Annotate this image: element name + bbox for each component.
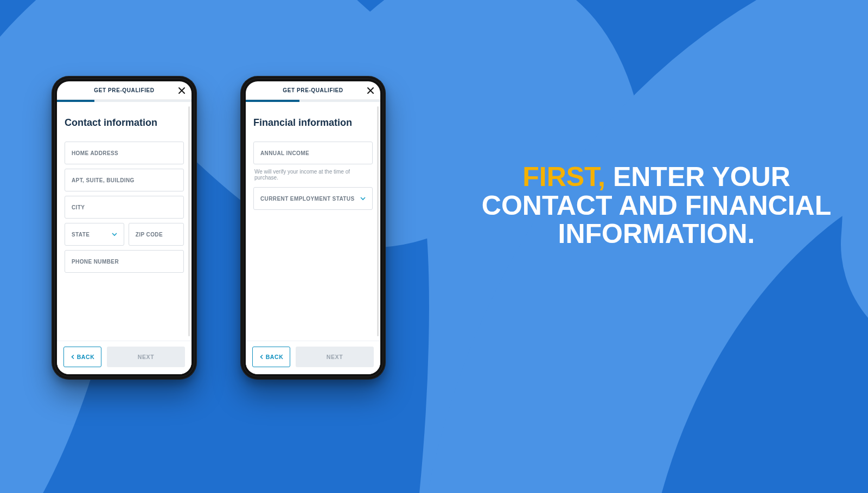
next-button[interactable]: NEXT [107,347,185,367]
close-icon[interactable] [177,86,186,95]
field-label: CITY [72,204,85,210]
next-label: NEXT [327,354,343,360]
next-button[interactable]: NEXT [296,347,374,367]
back-label: BACK [77,354,95,360]
back-button[interactable]: BACK [252,347,290,367]
promo-headline: FIRST, ENTER YOUR CONTACT AND FINANCIAL … [472,163,841,248]
annual-income-field[interactable]: ANNUAL INCOME [253,142,373,164]
screen-body: Financial information ANNUAL INCOME We w… [246,102,380,341]
section-title: Contact information [65,117,184,129]
app-header: GET PRE-QUALIFIED [57,81,192,100]
footer: BACK NEXT [246,341,380,374]
chevron-down-icon [112,229,117,239]
state-select[interactable]: STATE [65,223,124,246]
app-header-title: GET PRE-QUALIFIED [94,87,154,93]
app-header: GET PRE-QUALIFIED [246,81,380,100]
back-label: BACK [266,354,284,360]
close-icon[interactable] [366,86,375,95]
phone-device-contact: GET PRE-QUALIFIED Contact information HO… [52,76,197,380]
section-title: Financial information [253,117,373,129]
app-header-title: GET PRE-QUALIFIED [283,87,343,93]
field-label: APT, SUITE, BUILDING [72,177,135,183]
footer: BACK NEXT [57,341,192,374]
zip-code-field[interactable]: ZIP CODE [129,223,184,246]
phone-device-financial: GET PRE-QUALIFIED Financial information … [240,76,386,380]
chevron-left-icon [71,355,75,359]
field-label: ZIP CODE [136,232,163,238]
next-label: NEXT [138,354,154,360]
phone-screen-contact: GET PRE-QUALIFIED Contact information HO… [57,81,192,374]
phone-screen-financial: GET PRE-QUALIFIED Financial information … [246,81,380,374]
city-field[interactable]: CITY [65,196,184,219]
back-button[interactable]: BACK [63,347,101,367]
scrollbar[interactable] [377,106,379,336]
helper-text: We will verify your income at the time o… [254,169,372,181]
headline-accent: FIRST, [522,162,605,192]
stage: GET PRE-QUALIFIED Contact information HO… [0,0,868,493]
field-label: STATE [72,232,90,238]
home-address-field[interactable]: HOME ADDRESS [65,142,184,164]
scrollbar[interactable] [188,106,190,336]
field-label: HOME ADDRESS [72,150,118,156]
employment-status-select[interactable]: CURRENT EMPLOYMENT STATUS [253,187,373,210]
apt-suite-field[interactable]: APT, SUITE, BUILDING [65,169,184,191]
field-label: CURRENT EMPLOYMENT STATUS [260,196,355,202]
chevron-down-icon [360,194,366,203]
screen-body: Contact information HOME ADDRESS APT, SU… [57,102,192,341]
phone-number-field[interactable]: PHONE NUMBER [65,250,184,273]
field-label: ANNUAL INCOME [260,150,309,156]
chevron-left-icon [259,355,264,359]
field-label: PHONE NUMBER [72,259,119,265]
